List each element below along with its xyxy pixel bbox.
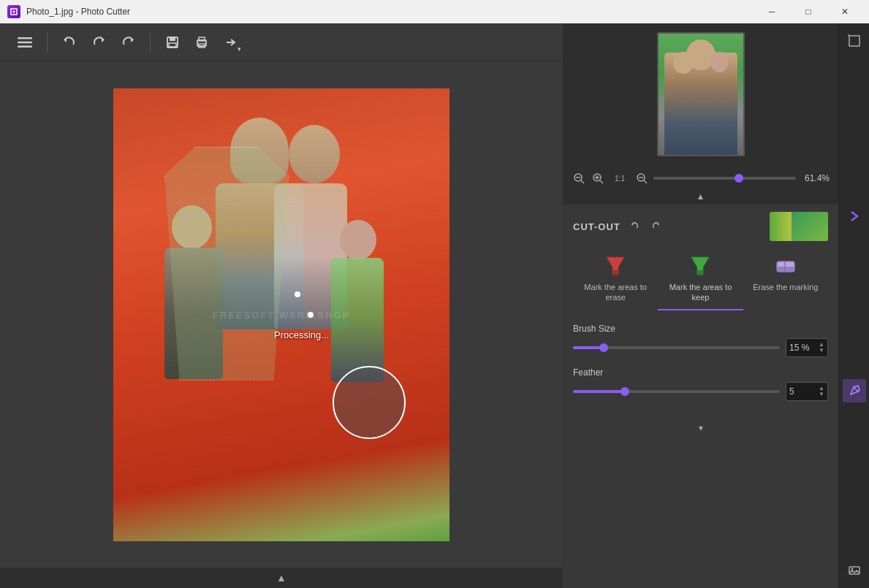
zoom-fill: [653, 177, 739, 180]
brush-size-label: Brush Size: [573, 324, 828, 334]
toolbar-separator-2: [150, 32, 151, 53]
cutout-title: CUT-OUT: [573, 218, 664, 235]
svg-line-13: [581, 180, 584, 183]
svg-rect-2: [18, 45, 32, 47]
zoom-value: 61.4%: [800, 173, 830, 183]
brush-size-input-row: 15 % ▲ ▼: [573, 338, 828, 357]
left-panel: ▾: [0, 23, 563, 588]
svg-rect-0: [18, 37, 32, 39]
cutout-header: CUT-OUT: [563, 205, 838, 241]
feather-down[interactable]: ▼: [819, 392, 824, 397]
zoom-slider[interactable]: [653, 177, 796, 180]
svg-line-32: [848, 34, 849, 36]
undo-button[interactable]: [56, 29, 83, 56]
svg-line-16: [600, 180, 603, 183]
right-panel: 1:1 61.4% ▲ CUT-OUT: [563, 23, 838, 588]
zoom-100-button[interactable]: 1:1: [610, 171, 630, 186]
erase-marking-button[interactable]: Erase the marking: [743, 247, 828, 310]
feather-track: [573, 390, 780, 393]
mark-keep-button[interactable]: Mark the areas to keep: [658, 247, 743, 310]
zoom-out-button[interactable]: [572, 171, 586, 186]
bottom-bar: ▲: [0, 568, 563, 588]
brush-size-down[interactable]: ▼: [819, 348, 824, 354]
image-tool-button[interactable]: [843, 559, 866, 582]
window-controls: ─ □ ✕: [755, 0, 862, 23]
dot-1: [295, 291, 300, 297]
right-edge-tools: [838, 23, 869, 588]
svg-line-20: [644, 180, 647, 183]
save-button[interactable]: [159, 29, 186, 56]
feather-row: Feather 5 ▲ ▼: [573, 367, 828, 401]
svg-rect-7: [170, 37, 175, 41]
crop-tool-button[interactable]: [843, 29, 866, 53]
feather-thumb[interactable]: [621, 387, 629, 396]
redo-button[interactable]: [86, 29, 112, 56]
image-container: FREESOFT WARE.SHOP Processing...: [113, 88, 449, 541]
minimize-button[interactable]: ─: [755, 0, 789, 23]
svg-rect-1: [18, 41, 32, 43]
right-panel-chevron: [850, 209, 859, 224]
toolbar-separator-1: [47, 32, 48, 53]
feather-label: Feather: [573, 367, 828, 378]
canvas-area[interactable]: FREESOFT WARE.SHOP Processing...: [0, 61, 563, 568]
pen-tool-button[interactable]: [843, 379, 866, 402]
brush-size-thumb[interactable]: [599, 343, 608, 352]
brush-size-slider[interactable]: [573, 342, 780, 354]
thumbnail-section: [563, 23, 838, 165]
maximize-button[interactable]: □: [792, 0, 825, 23]
tool-buttons-group: Mark the areas to erase Mark the areas t…: [563, 241, 838, 316]
toolbar: ▾: [0, 23, 563, 61]
zoom-controls: 1:1 61.4%: [563, 165, 838, 191]
print-button[interactable]: [189, 29, 215, 56]
cutout-undo-redo: [626, 218, 664, 235]
title-bar: Photo_1.jpg - Photo Cutter ─ □ ✕: [0, 0, 869, 23]
mark-erase-button[interactable]: Mark the areas to erase: [573, 247, 658, 310]
bottom-right-chevron: ▾: [563, 419, 838, 438]
brush-size-value-display[interactable]: 15 % ▲ ▼: [786, 338, 828, 357]
feather-slider[interactable]: [573, 386, 780, 397]
svg-rect-10: [199, 37, 205, 41]
menu-button[interactable]: [12, 29, 38, 56]
bottom-chevron-button[interactable]: ▲: [276, 572, 286, 584]
feather-input-row: 5 ▲ ▼: [573, 382, 828, 401]
main-content: ▾: [0, 23, 869, 588]
svg-rect-25: [612, 270, 618, 275]
main-photo: FREESOFT WARE.SHOP Processing...: [113, 88, 449, 541]
feather-value-display[interactable]: 5 ▲ ▼: [786, 382, 828, 401]
close-button[interactable]: ✕: [828, 0, 862, 23]
dot-2: [308, 312, 314, 318]
svg-rect-8: [169, 43, 176, 47]
zoom-in-button[interactable]: [634, 171, 649, 186]
svg-rect-29: [777, 267, 794, 272]
window-title: Photo_1.jpg - Photo Cutter: [26, 7, 755, 17]
cutout-undo-button[interactable]: [626, 218, 644, 235]
processing-label: Processing...: [274, 329, 329, 340]
zoom-fit-button[interactable]: [591, 171, 605, 186]
cutout-section: CUT-OUT: [563, 205, 838, 588]
brush-size-spinners: ▲ ▼: [819, 342, 824, 354]
feather-fill: [573, 390, 625, 393]
svg-rect-31: [849, 36, 859, 46]
brush-size-row: Brush Size 15 % ▲ ▼: [573, 324, 828, 357]
controls-section: Brush Size 15 % ▲ ▼: [563, 316, 838, 419]
thumbnail-preview: [657, 32, 745, 156]
redo2-button[interactable]: [115, 29, 141, 56]
zoom-track: [653, 177, 796, 180]
app-icon: [7, 5, 20, 18]
svg-rect-27: [697, 270, 703, 275]
zoom-thumb[interactable]: [735, 174, 743, 183]
feather-spinners: ▲ ▼: [819, 386, 824, 397]
chevron-up-indicator: ▲: [563, 191, 838, 202]
cutout-redo-button[interactable]: [647, 218, 664, 235]
share-button[interactable]: ▾: [218, 29, 244, 56]
